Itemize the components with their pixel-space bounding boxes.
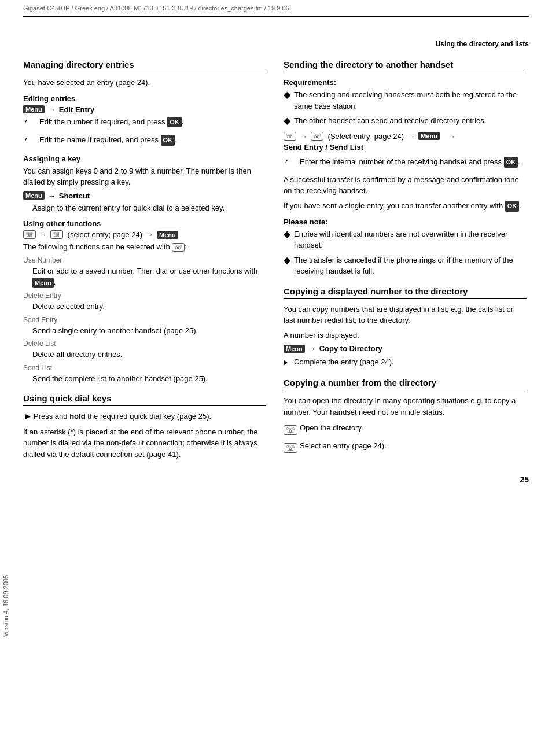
ok-button-1: OK (167, 117, 182, 128)
copying-from-desc: You can open the directory in many opera… (284, 395, 527, 418)
send-list-text: Send the complete list to another handse… (23, 373, 266, 385)
quick-dial-title: Using quick dial keys (23, 393, 266, 406)
copying-displayed-title: Copying a displayed number to the direct… (284, 286, 527, 299)
sending-step: ⎖ Enter the internal number of the recei… (284, 156, 527, 171)
arrow-icon-7: → (446, 132, 455, 141)
req2-text: The other handset can send and receive d… (294, 115, 527, 127)
menu-button-5: Menu (418, 132, 440, 140)
assigning-indent: Assign to the current entry for quick di… (23, 202, 266, 214)
page-number: 25 (0, 463, 552, 484)
handset-icon-1: ☏ (23, 230, 36, 239)
arrow-icon-5: → (300, 132, 307, 141)
arrow-icon-6: → (407, 132, 415, 141)
copy-from-step2-text: Select an entry (page 24). (300, 440, 527, 452)
edit-step1-text: Edit the number if required, and press O… (39, 116, 266, 128)
page-header: Gigaset C450 IP / Greek eng / A31008-M17… (0, 0, 552, 16)
requirement-1: ◆ The sending and receiving handsets mus… (284, 89, 527, 112)
edit-entry-label: Edit Entry (59, 105, 94, 114)
shortcut-label: Shortcut (59, 191, 90, 200)
sending-step-text: Enter the internal number of the receivi… (300, 156, 527, 168)
req1-text: The sending and receiving handsets must … (294, 89, 527, 112)
triangle-icon-1 (284, 356, 294, 368)
version-text: Version 4, 16.09.2005 (2, 575, 9, 637)
arrow-icon-4: → (146, 230, 153, 239)
quick-dial-text: Press and hold the required quick dial k… (34, 411, 266, 422)
copying-displayed-desc: You can copy numbers that are displayed … (284, 304, 527, 326)
bullet-icon-5: ◆ (284, 255, 294, 267)
section-managing-title: Managing directory entries (23, 60, 266, 72)
menu-button-6: Menu (284, 345, 305, 353)
handset-icon-2: ☏ (50, 230, 63, 239)
use-number-label: Use Number (23, 256, 266, 264)
arrow-icon-2: → (48, 191, 56, 200)
quick-dial-desc: If an asterisk (*) is placed at the end … (23, 426, 266, 460)
send-entry-label: Send Entry (23, 316, 266, 324)
editing-entries-title: Editing entries (23, 94, 266, 103)
menu-button-3: Menu (157, 231, 178, 239)
transfer-note: A successful transfer is confirmed by a … (284, 174, 527, 197)
bullet-icon-3: ◆ (284, 115, 294, 127)
section-label: Using the directory and lists (0, 40, 552, 48)
other-functions-menu-line: ☏ → ☏ (select entry; page 24) → Menu (23, 230, 266, 239)
arrow-icon: → (48, 105, 56, 114)
select-entry-text-2: (Select entry; page 24) (326, 132, 404, 141)
menu-button-2: Menu (23, 191, 45, 200)
other-functions-title: Using other functions (23, 219, 266, 228)
note2-text: The transfer is cancelled if the phone r… (294, 255, 527, 277)
arrow-icon-3: → (39, 230, 47, 239)
menu-button-4: Menu (32, 278, 54, 289)
bullet-icon-4: ◆ (284, 228, 294, 241)
quick-dial-bullet1: ► Press and hold the required quick dial… (23, 411, 266, 423)
delete-entry-label: Delete Entry (23, 292, 266, 300)
complete-entry-text: Complete the entry (page 24). (294, 356, 527, 368)
ok-button-3: OK (504, 157, 518, 168)
delete-list-text: Delete all directory entries. (23, 349, 266, 360)
ok-button-4: OK (505, 201, 520, 212)
assigning-key-title: Assigning a key (23, 154, 266, 163)
ok-button-2: OK (161, 135, 175, 146)
handset-icon-3: ☏ (172, 243, 185, 252)
copying-menu-line: Menu → Copy to Directory (284, 344, 527, 353)
send-entry-send-list: Send Entry / Send List (284, 143, 363, 152)
editing-menu-line: Menu → Edit Entry (23, 105, 266, 114)
sending-title: Sending the directory to another handset (284, 60, 527, 72)
bullet-icon-1: ► (23, 411, 34, 423)
left-column: Managing directory entries You have sele… (23, 50, 266, 463)
select-entry-text: (select entry; page 24) (65, 230, 142, 239)
handset-icon-4: ☏ (284, 132, 296, 141)
copying-from-title: Copying a number from the directory (284, 378, 527, 390)
other-functions-desc: The following functions can be selected … (23, 241, 266, 253)
use-number-text: Edit or add to a saved number. Then dial… (23, 265, 266, 288)
requirement-2: ◆ The other handset can send and receive… (284, 115, 527, 127)
keypad-icon-3: ⎖ (284, 156, 300, 171)
arrow-icon-8: → (308, 344, 316, 353)
keypad-icon-2: ⎖ (23, 134, 39, 149)
right-column: Sending the directory to another handset… (284, 50, 527, 463)
edit-step2-text: Edit the name if required, and press OK. (39, 134, 266, 146)
send-entry-text: Send a single entry to another handset (… (23, 325, 266, 337)
single-entry-note: If you have sent a single entry, you can… (284, 200, 527, 212)
sending-menu-line: ☏ → ☏ (Select entry; page 24) → Menu → S… (284, 132, 527, 152)
menu-button: Menu (23, 105, 45, 113)
requirements-title: Requirements: (284, 78, 527, 87)
please-note-1: ◆ Entries with identical numbers are not… (284, 228, 527, 251)
edit-step2: ⎖ Edit the name if required, and press O… (23, 134, 266, 149)
copy-from-step1: ☏ Open the directory. (284, 422, 527, 437)
delete-entry-text: Delete selected entry. (23, 301, 266, 312)
please-note-title: Please note: (284, 217, 527, 226)
handset-icon-5: ☏ (311, 132, 323, 141)
number-displayed-text: A number is displayed. (284, 330, 527, 341)
managing-intro: You have selected an entry (page 24). (23, 77, 266, 88)
bullet-icon-2: ◆ (284, 89, 294, 101)
handset-icon-7: ☏ (284, 440, 300, 455)
copy-from-step1-text: Open the directory. (300, 422, 527, 434)
assigning-menu-line: Menu → Shortcut (23, 191, 266, 200)
keypad-icon-1: ⎖ (23, 116, 39, 131)
send-list-label: Send List (23, 364, 266, 372)
note1-text: Entries with identical numbers are not o… (294, 228, 527, 251)
handset-icon-6: ☏ (284, 422, 300, 437)
copy-to-directory-label: Copy to Directory (319, 344, 382, 353)
complete-entry-item: Complete the entry (page 24). (284, 356, 527, 368)
edit-step1: ⎖ Edit the number if required, and press… (23, 116, 266, 131)
delete-list-label: Delete List (23, 340, 266, 348)
